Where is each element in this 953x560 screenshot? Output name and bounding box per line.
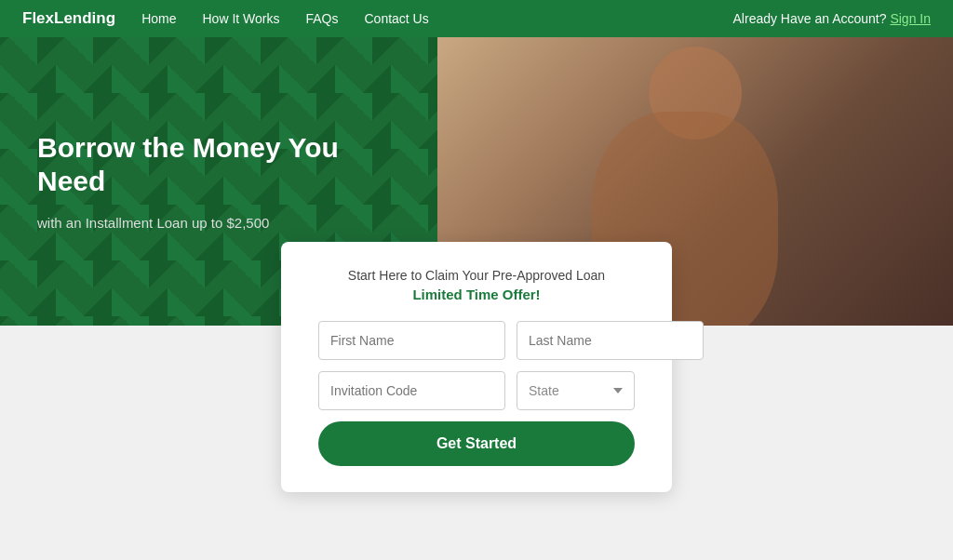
first-name-input[interactable]: [318, 321, 505, 360]
nav-link-how-it-works[interactable]: How It Works: [202, 11, 279, 26]
state-select[interactable]: State Alabama Alaska Arizona California …: [517, 371, 635, 410]
form-card-subtitle: Limited Time Offer!: [318, 287, 635, 302]
name-row: [318, 321, 635, 360]
sign-in-link[interactable]: Sign In: [890, 11, 931, 26]
main-area: Start Here to Claim Your Pre-Approved Lo…: [0, 326, 953, 560]
nav-link-home[interactable]: Home: [141, 11, 176, 26]
last-name-input[interactable]: [517, 321, 704, 360]
form-card-title: Start Here to Claim Your Pre-Approved Lo…: [318, 268, 635, 283]
nav-link-contact-us[interactable]: Contact Us: [364, 11, 428, 26]
nav-left: FlexLending Home How It Works FAQs Conta…: [22, 9, 429, 28]
navbar: FlexLending Home How It Works FAQs Conta…: [0, 0, 953, 37]
account-text: Already Have an Account?: [733, 11, 887, 26]
hero-text: Borrow the Money You Need with an Instal…: [37, 131, 400, 233]
hero-title: Borrow the Money You Need: [37, 131, 400, 198]
code-state-row: State Alabama Alaska Arizona California …: [318, 371, 635, 410]
nav-logo: FlexLending: [22, 9, 115, 28]
hero-subtitle: with an Installment Loan up to $2,500: [37, 213, 400, 233]
form-card: Start Here to Claim Your Pre-Approved Lo…: [281, 242, 672, 492]
nav-link-faqs[interactable]: FAQs: [305, 11, 338, 26]
get-started-button[interactable]: Get Started: [318, 421, 635, 466]
nav-right: Already Have an Account? Sign In: [733, 11, 931, 26]
invitation-code-input[interactable]: [318, 371, 505, 410]
